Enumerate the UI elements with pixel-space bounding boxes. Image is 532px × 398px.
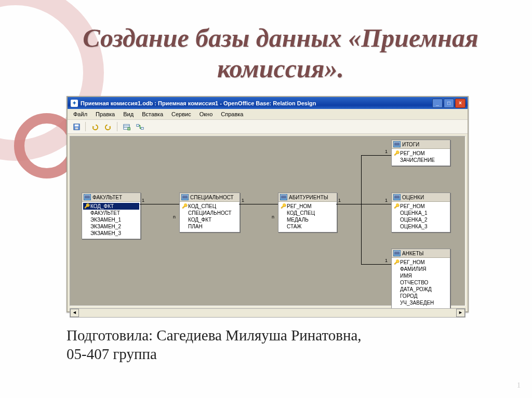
table-row[interactable]: 🔑ОЦЕНКА_1 xyxy=(393,210,449,216)
field-name: ОТЧЕСТВО xyxy=(400,279,428,286)
cardinality-label: 1 xyxy=(385,258,388,263)
relation-line[interactable] xyxy=(336,204,361,204)
table-row[interactable]: 🔑ИМЯ xyxy=(393,272,449,279)
table-row[interactable]: 🔑РЕГ_НОМ xyxy=(280,203,336,210)
table-row[interactable]: 🔑КОД_ФКТ xyxy=(181,216,238,223)
table-row[interactable]: 🔑ДАТА_РОЖД xyxy=(393,286,449,293)
table-faculty[interactable]: ФАКУЛЬТЕТ🔑КОД_ФКТ🔑ФАКУЛЬТЕТ🔑ЭКЗАМЕН_1🔑ЭК… xyxy=(82,193,141,239)
field-name: ЭКЗАМЕН_3 xyxy=(90,230,121,237)
table-title: ИТОГИ xyxy=(402,142,419,147)
table-applicants[interactable]: АБИТУРИЕНТЫ🔑РЕГ_НОМ🔑КОД_СПЕЦ🔑МЕДАЛЬ🔑СТАЖ xyxy=(278,193,337,232)
table-speciality[interactable]: СПЕЦИАЛЬНОСТ🔑КОД_СПЕЦ🔑СПЕЦИАЛЬНОСТ🔑КОД_Ф… xyxy=(179,193,240,232)
field-name: КОД_ФКТ xyxy=(188,216,211,223)
table-row[interactable]: 🔑ОЦЕНКА_3 xyxy=(393,223,449,230)
horizontal-scrollbar[interactable]: ◄ ► xyxy=(70,308,466,318)
table-icon xyxy=(280,194,287,200)
relation-line[interactable] xyxy=(361,204,362,264)
relation-line[interactable] xyxy=(239,204,278,204)
table-row[interactable]: 🔑ФАКУЛЬТЕТ xyxy=(83,210,139,216)
toolbar-undo-button[interactable] xyxy=(89,121,100,132)
field-name: ФАМИЛИЯ xyxy=(400,266,427,272)
table-row[interactable]: 🔑ФАМИЛИЯ xyxy=(393,266,449,272)
menu-window[interactable]: Окно xyxy=(196,111,217,118)
table-header[interactable]: АБИТУРИЕНТЫ xyxy=(278,193,337,202)
table-title: АНКЕТЫ xyxy=(402,251,423,256)
table-icon xyxy=(393,141,401,147)
table-row[interactable]: 🔑ЭКЗАМЕН_1 xyxy=(83,216,139,223)
app-window: ✦ Приемная комиссия1.odb : Приемная коми… xyxy=(66,96,469,312)
table-row[interactable]: 🔑КОД_СПЕЦ xyxy=(280,210,336,216)
field-name: РЕГ_НОМ xyxy=(400,150,425,157)
relation-line[interactable] xyxy=(361,155,362,204)
scroll-left-button[interactable]: ◄ xyxy=(70,309,79,317)
field-name: КОД_СПЕЦ xyxy=(287,210,315,216)
table-row[interactable]: 🔑УЧ_ЗАВЕДЕН xyxy=(393,299,449,306)
table-row[interactable]: 🔑ЭКЗАМЕН_3 xyxy=(83,230,139,237)
toolbar-add-relation-button[interactable] xyxy=(134,121,145,132)
table-header[interactable]: АНКЕТЫ xyxy=(392,249,450,258)
window-minimize-button[interactable]: _ xyxy=(432,99,443,108)
field-name: ОЦЕНКА_1 xyxy=(400,210,428,216)
table-header[interactable]: СПЕЦИАЛЬНОСТ xyxy=(180,193,240,202)
key-icon: 🔑 xyxy=(281,203,285,210)
table-row[interactable]: 🔑ОТЧЕСТВО xyxy=(393,279,449,286)
table-row[interactable]: 🔑ОЦЕНКА_2 xyxy=(393,216,449,223)
title-bar[interactable]: ✦ Приемная комиссия1.odb : Приемная коми… xyxy=(68,97,468,109)
table-icon xyxy=(84,194,91,200)
relation-line[interactable] xyxy=(140,204,179,204)
menu-tools[interactable]: Сервис xyxy=(168,111,195,118)
cardinality-label: n xyxy=(173,214,176,219)
table-row[interactable]: 🔑КОД_ФКТ xyxy=(83,203,139,210)
table-header[interactable]: ИТОГИ xyxy=(392,140,450,149)
toolbar-redo-button[interactable] xyxy=(102,121,114,132)
menu-edit[interactable]: Правка xyxy=(92,111,118,118)
table-row[interactable]: 🔑ЭКЗАМЕН_2 xyxy=(83,223,139,230)
menu-file[interactable]: Файл xyxy=(70,111,91,118)
table-row[interactable]: 🔑ЗАЧИСЛЕНИЕ xyxy=(393,157,449,163)
table-marks[interactable]: ОЦЕНКИ🔑РЕГ_НОМ🔑ОЦЕНКА_1🔑ОЦЕНКА_2🔑ОЦЕНКА_… xyxy=(391,193,450,232)
cardinality-label: 1 xyxy=(242,198,244,203)
table-row[interactable]: 🔑ГОРОД xyxy=(393,293,449,299)
menu-help[interactable]: Справка xyxy=(217,111,247,118)
cardinality-label: 1 xyxy=(142,198,144,203)
field-name: ФАКУЛЬТЕТ xyxy=(90,210,120,216)
window-maximize-button[interactable]: □ xyxy=(444,99,454,108)
table-row[interactable]: 🔑РЕГ_НОМ xyxy=(393,150,449,157)
svg-rect-2 xyxy=(75,127,78,129)
table-row[interactable]: 🔑РЕГ_НОМ xyxy=(393,259,449,266)
table-title: ФАКУЛЬТЕТ xyxy=(92,195,122,200)
slide-title: Создание базы данных «Приемная комиссия»… xyxy=(68,23,494,84)
field-name: ЭКЗАМЕН_2 xyxy=(90,223,121,230)
key-icon: 🔑 xyxy=(84,203,89,210)
table-row[interactable]: 🔑РЕГ_НОМ xyxy=(393,203,449,210)
menu-view[interactable]: Вид xyxy=(119,111,137,118)
relation-line[interactable] xyxy=(361,264,391,265)
field-name: ОЦЕНКА_2 xyxy=(400,216,428,223)
table-row[interactable]: 🔑СПЕЦИАЛЬНОСТ xyxy=(181,210,238,216)
menu-insert[interactable]: Вставка xyxy=(138,111,167,118)
window-close-button[interactable]: × xyxy=(455,99,466,108)
table-row[interactable]: 🔑КОД_СПЕЦ xyxy=(181,203,238,210)
key-icon: 🔑 xyxy=(394,203,398,210)
table-header[interactable]: ФАКУЛЬТЕТ xyxy=(82,193,140,202)
relation-line[interactable] xyxy=(361,155,391,156)
cardinality-label: 1 xyxy=(385,198,388,203)
table-title: ОЦЕНКИ xyxy=(402,195,424,200)
table-header[interactable]: ОЦЕНКИ xyxy=(392,193,450,202)
key-icon: 🔑 xyxy=(394,150,398,157)
field-name: РЕГ_НОМ xyxy=(400,203,425,210)
table-row[interactable]: 🔑ПЛАН xyxy=(181,223,238,230)
table-forms[interactable]: АНКЕТЫ🔑РЕГ_НОМ🔑ФАМИЛИЯ🔑ИМЯ🔑ОТЧЕСТВО🔑ДАТА… xyxy=(391,249,450,309)
table-row[interactable]: 🔑СТАЖ xyxy=(280,223,336,230)
relation-canvas[interactable]: ФАКУЛЬТЕТ🔑КОД_ФКТ🔑ФАКУЛЬТЕТ🔑ЭКЗАМЕН_1🔑ЭК… xyxy=(70,136,466,306)
field-name: ПЛАН xyxy=(188,223,203,230)
svg-rect-9 xyxy=(136,124,139,126)
table-row[interactable]: 🔑МЕДАЛЬ xyxy=(280,216,336,223)
relation-line[interactable] xyxy=(361,204,391,204)
toolbar-save-button[interactable] xyxy=(71,121,82,132)
scroll-right-button[interactable]: ► xyxy=(456,309,465,317)
page-number: 1 xyxy=(517,381,521,390)
field-name: КОД_ФКТ xyxy=(90,203,114,210)
toolbar-add-table-button[interactable] xyxy=(121,121,132,132)
table-results[interactable]: ИТОГИ🔑РЕГ_НОМ🔑ЗАЧИСЛЕНИЕ xyxy=(391,140,450,166)
